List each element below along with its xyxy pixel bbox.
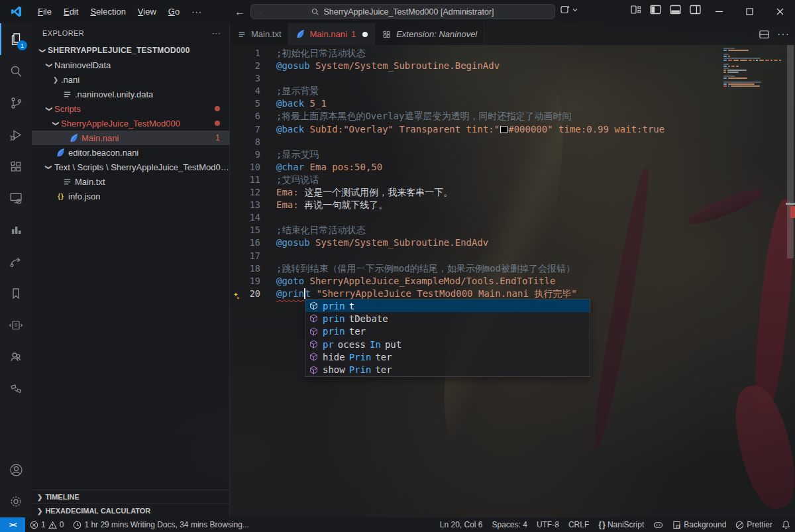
community-icon[interactable] bbox=[0, 341, 32, 373]
unsaved-dot-icon[interactable] bbox=[362, 32, 368, 37]
code-line[interactable] bbox=[276, 72, 795, 85]
tree-item-sherryapplejuice-testmod000[interactable]: ❯SherryAppleJuice_TestMod000 bbox=[32, 116, 229, 131]
language-mode[interactable]: { } NaniScript bbox=[594, 517, 649, 532]
menu-edit[interactable]: Edit bbox=[58, 4, 84, 19]
extensions-icon[interactable] bbox=[0, 150, 32, 182]
tree-item-main-nani[interactable]: Main.nani1 bbox=[32, 131, 229, 145]
toggle-panel-icon[interactable] bbox=[670, 5, 681, 15]
minimize-button[interactable] bbox=[704, 0, 734, 23]
remote-indicator[interactable]: >< bbox=[0, 517, 25, 532]
code-line[interactable] bbox=[276, 136, 795, 148]
code-line[interactable]: ;显示背景 bbox=[276, 85, 795, 97]
tree-item-scripts[interactable]: ❯Scripts bbox=[32, 101, 229, 116]
close-button[interactable] bbox=[765, 0, 795, 23]
suggest-item-print[interactable]: print bbox=[305, 299, 590, 312]
snippets-icon[interactable] bbox=[0, 309, 32, 341]
code-editor[interactable]: 1234567891011121314151617181920✦✦ ;初始化日常… bbox=[230, 45, 795, 517]
prettier-formatter[interactable]: Prettier bbox=[731, 517, 777, 532]
explorer-icon[interactable]: 1 bbox=[0, 23, 32, 55]
code-line[interactable]: @back 5_1 bbox=[276, 97, 795, 110]
toggle-primary-sidebar-icon[interactable] bbox=[650, 5, 661, 15]
code-line[interactable]: @print "SherryAppleJuice_TestMod000 Main… bbox=[276, 288, 795, 300]
maximize-button[interactable] bbox=[734, 0, 765, 23]
code-line[interactable]: @char Ema pos:50,50 bbox=[276, 161, 795, 174]
tab-main-nani[interactable]: Main.nani 1 bbox=[289, 23, 376, 45]
suggest-label-part: show bbox=[323, 364, 345, 375]
symbol-cube-icon bbox=[308, 313, 319, 324]
code-line[interactable]: ;艾玛说话 bbox=[276, 174, 795, 186]
scrollbar-thumb[interactable] bbox=[787, 45, 794, 258]
code-line[interactable]: @gosub System/System_Subroutine.BeginAdv bbox=[276, 60, 795, 72]
code-line[interactable]: ;显示艾玛 bbox=[276, 148, 795, 161]
notifications-bell-icon[interactable] bbox=[777, 517, 795, 532]
bookmarks-icon[interactable] bbox=[0, 278, 32, 309]
tree-item-nani[interactable]: ❯.nani bbox=[32, 72, 229, 87]
code-line[interactable]: @goto SherryAppleJuice_ExampleMod/Tools.… bbox=[276, 275, 795, 288]
copilot-button[interactable] bbox=[560, 5, 578, 15]
run-debug-icon[interactable] bbox=[0, 119, 32, 150]
editor-scrollbar[interactable] bbox=[786, 45, 795, 517]
code-line[interactable]: ;跳转到结束（借用一下示例mod的结尾，如果示例mod被删掉了会报错） bbox=[276, 262, 795, 275]
menu-view[interactable]: View bbox=[132, 4, 162, 19]
share-redirect-icon[interactable] bbox=[0, 246, 32, 278]
editor-more-actions-icon[interactable]: ··· bbox=[777, 28, 790, 40]
menu-selection[interactable]: Selection bbox=[84, 4, 131, 19]
customize-layout-icon[interactable] bbox=[631, 5, 641, 15]
background-extension[interactable]: Background bbox=[668, 517, 731, 532]
line-number: 11 bbox=[230, 174, 271, 186]
source-control-icon[interactable] bbox=[0, 87, 32, 119]
hex-calculator-section[interactable]: ❯ HEXADECIMAL CALCULATOR bbox=[32, 504, 229, 517]
code-line[interactable]: ;将最上面原本黑色的Overlay遮罩层变为透明，同时还指定了动画时间 bbox=[276, 110, 795, 123]
chevron-down-icon: ❯ bbox=[39, 45, 46, 56]
suggest-item-showprinter[interactable]: showPrinter bbox=[305, 363, 590, 376]
suggest-item-printer[interactable]: printer bbox=[305, 325, 590, 338]
remote-explorer-icon[interactable] bbox=[0, 182, 32, 214]
suggest-item-hideprinter[interactable]: hidePrinter bbox=[305, 350, 590, 363]
code-line[interactable]: Ema: 这是一个测试用例，我来客串一下。 bbox=[276, 186, 795, 199]
chart-icon[interactable] bbox=[0, 214, 32, 246]
account-icon[interactable] bbox=[0, 454, 32, 486]
problems-indicator[interactable]: 1 0 bbox=[25, 517, 68, 532]
time-tracker[interactable]: 1 hr 29 mins Writing Docs, 34 mins Brows… bbox=[68, 517, 254, 532]
menu-go[interactable]: Go bbox=[162, 4, 186, 19]
code-line[interactable] bbox=[276, 211, 795, 224]
explorer-actions-icon[interactable]: ··· bbox=[212, 29, 221, 37]
tree-item-info-json[interactable]: { }info.json bbox=[32, 189, 229, 203]
code-line[interactable]: @gosub System/System_Subroutine.EndAdv bbox=[276, 237, 795, 249]
suggest-item-processinput[interactable]: processInput bbox=[305, 338, 590, 350]
nav-back-icon[interactable]: ← bbox=[235, 6, 244, 17]
split-editor-icon[interactable] bbox=[759, 30, 769, 39]
eol-sequence[interactable]: CRLF bbox=[564, 517, 594, 532]
flow-icon[interactable] bbox=[0, 373, 32, 405]
overview-error-marker bbox=[790, 206, 795, 218]
encoding[interactable]: UTF-8 bbox=[532, 517, 564, 532]
suggest-item-printdebate[interactable]: printDebate bbox=[305, 312, 590, 325]
code-line[interactable]: ;初始化日常活动状态 bbox=[276, 47, 795, 60]
tree-item-main-txt[interactable]: Main.txt bbox=[32, 174, 229, 189]
tree-item-text-scripts-sherryapplejuice-testmod000[interactable]: ❯Text \ Scripts \ SherryAppleJuice_TestM… bbox=[32, 160, 229, 174]
line-number: 9 bbox=[230, 148, 271, 161]
indentation[interactable]: Spaces: 4 bbox=[488, 517, 532, 532]
tab-extension-naninovel[interactable]: Extension: Naninovel bbox=[375, 23, 484, 45]
tree-item-naninoveldata[interactable]: ❯NaninovelData bbox=[32, 58, 229, 72]
code-line[interactable]: @back SubId:"Overlay" Transparent tint:"… bbox=[276, 123, 795, 136]
command-center-search[interactable]: SherryAppleJuice_TestMod000 [Administrat… bbox=[250, 4, 555, 19]
code-line[interactable] bbox=[276, 250, 795, 262]
settings-gear-icon[interactable] bbox=[0, 486, 32, 517]
menu-overflow[interactable]: ··· bbox=[186, 4, 208, 19]
tab-main-txt[interactable]: Main.txt bbox=[230, 23, 289, 45]
timeline-section[interactable]: ❯ TIMELINE bbox=[32, 490, 229, 504]
tree-item-naninovel-unity-data[interactable]: .naninovel.unity.data bbox=[32, 87, 229, 101]
search-icon[interactable] bbox=[0, 55, 32, 87]
minimap[interactable] bbox=[723, 48, 784, 87]
toggle-secondary-sidebar-icon[interactable] bbox=[690, 5, 701, 15]
code-line[interactable]: Ema: 再说一句就下线了。 bbox=[276, 199, 795, 211]
menu-file[interactable]: File bbox=[32, 4, 58, 19]
cursor-position[interactable]: Ln 20, Col 6 bbox=[435, 517, 488, 532]
line-number: 6 bbox=[230, 110, 271, 123]
code-line[interactable]: ;结束化日常活动状态 bbox=[276, 224, 795, 237]
tree-item-editor-beacon-nani[interactable]: editor.beacon.nani bbox=[32, 145, 229, 160]
tree-item-sherryapplejuice-testmod000[interactable]: ❯SHERRYAPPLEJUICE_TESTMOD000 bbox=[32, 43, 229, 58]
copilot-sparkle-icon[interactable]: ✦✦ bbox=[233, 288, 240, 304]
copilot-status-icon[interactable] bbox=[649, 517, 668, 532]
